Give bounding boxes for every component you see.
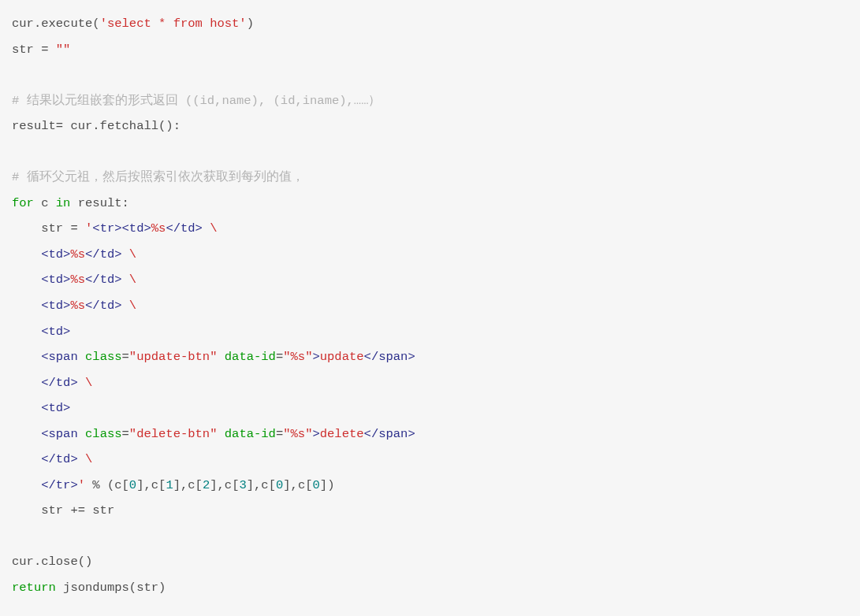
code-line: str += str (12, 503, 114, 518)
code-line: </td> \ (12, 452, 92, 466)
code-line: <span class="update-btn" data-id="%s">up… (12, 350, 415, 364)
code-line: <span class="delete-btn" data-id="%s">de… (12, 427, 415, 441)
code-line: <td>%s</td> \ (12, 247, 136, 262)
code-line: <td> (12, 401, 70, 415)
code-line: str = "" (12, 43, 70, 57)
code-line: str = '<tr><td>%s</td> \ (12, 221, 218, 236)
code-block: cur.execute('select * from host') str = … (0, 0, 860, 612)
code-line: cur.close() (12, 555, 92, 569)
code-line: for c in result: (12, 196, 129, 210)
code-line: # 结果以元组嵌套的形式返回 ((id,name), (id,iname),……… (12, 94, 381, 108)
code-line: </td> \ (12, 376, 92, 390)
code-line: # 循环父元祖，然后按照索引依次获取到每列的值， (12, 170, 304, 184)
code-line: <td>%s</td> \ (12, 273, 136, 287)
code-line: <td> (12, 325, 70, 339)
code-line: result= cur.fetchall(): (12, 119, 181, 133)
code-line: return jsondumps(str) (12, 581, 166, 595)
code-line: cur.execute('select * from host') (12, 17, 254, 31)
code-line: <td>%s</td> \ (12, 299, 136, 313)
code-line: </tr>' % (c[0],c[1],c[2],c[3],c[0],c[0]) (12, 478, 334, 492)
